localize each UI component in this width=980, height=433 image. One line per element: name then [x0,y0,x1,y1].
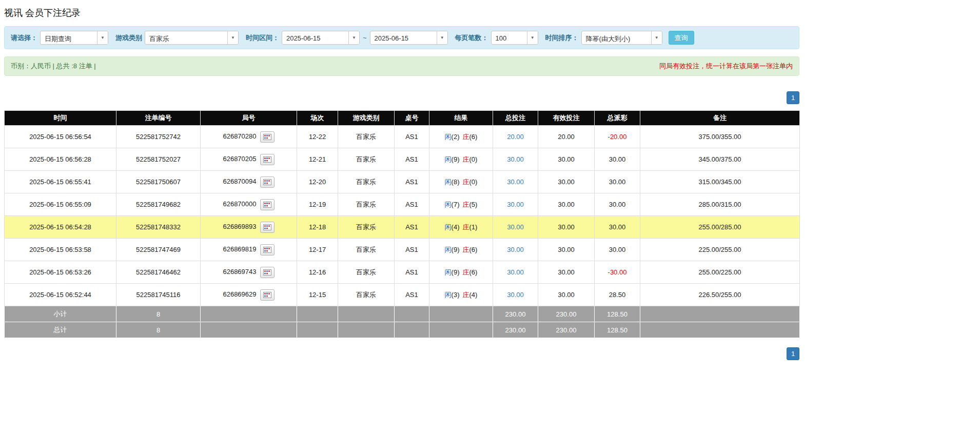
roadmap-icon [263,156,271,163]
payout-cell: 30.00 [595,216,640,239]
total-bet-link[interactable]: 30.00 [507,268,524,276]
banker-result-points: (6) [469,246,478,253]
chevron-down-icon[interactable]: ▼ [348,31,359,44]
page-size-select[interactable]: 100 ▼ [491,31,538,45]
betting-records-table: 时间注单编号局号场次游戏类别桌号结果总投注有效投注总派彩备注 2025-06-1… [4,110,800,338]
chevron-down-icon[interactable]: ▼ [227,31,238,44]
summary-empty-cell [395,322,429,338]
total-bet-link[interactable]: 30.00 [507,223,524,231]
game-type-select[interactable]: 百家乐 ▼ [145,31,239,45]
total-bet-link[interactable]: 30.00 [507,246,524,253]
total-row: 总计8230.00230.00128.50 [5,322,800,338]
player-result-points: (8) [452,178,460,186]
total-bet-cell: 30.00 [493,261,538,284]
summary-label: 总计 [5,322,116,338]
chevron-down-icon[interactable]: ▼ [651,31,662,44]
player-result-label: 闲 [445,178,452,186]
banker-result-points: (0) [469,178,478,186]
valid-bet-cell: 30.00 [538,148,595,171]
time-cell: 2025-06-15 06:56:54 [5,126,116,148]
total-bet-link[interactable]: 30.00 [507,178,524,186]
summary-label: 小计 [5,306,116,322]
round-detail-button[interactable] [260,289,275,301]
bet-id-cell: 522581747469 [116,239,201,261]
summary-valid-bet: 230.00 [538,306,595,322]
summary-empty-cell [201,322,297,338]
game-type-cell: 百家乐 [338,171,395,193]
round-detail-button[interactable] [260,176,275,188]
query-type-value: 日期查询 [41,31,97,44]
round-detail-button[interactable] [260,131,275,143]
bet-id-cell: 522581745116 [116,284,201,306]
round-cell: 626870094 [201,171,297,193]
summary-empty-cell [429,322,493,338]
player-result-label: 闲 [445,133,452,141]
page-button[interactable]: 1 [787,91,799,104]
game-type-cell: 百家乐 [338,148,395,171]
round-number: 626870000 [223,200,256,208]
time-cell: 2025-06-15 06:55:41 [5,171,116,193]
round-detail-button[interactable] [260,222,275,233]
payout-cell: 30.00 [595,148,640,171]
player-result-points: (3) [452,291,460,299]
page-button[interactable]: 1 [787,347,799,360]
payout-cell: -30.00 [595,261,640,284]
date-to-input[interactable]: 2025-06-15 ▼ [370,31,448,45]
roadmap-icon [263,292,271,298]
table-row: 2025-06-15 06:55:09522581749682626870000… [5,193,800,216]
table-no-cell: AS1 [395,216,429,239]
result-cell: 闲(3)庄(4) [429,284,493,306]
round-cell: 626870205 [201,148,297,171]
round-cell: 626869629 [201,284,297,306]
sort-order-select[interactable]: 降幂(由大到小) ▼ [581,31,662,45]
summary-bar: 币别：人民币 | 总共 :8 注单 | 同局有效投注，统一计算在该局第一张注单内 [4,56,799,76]
valid-bet-cell: 30.00 [538,171,595,193]
date-to-value: 2025-06-15 [370,31,437,44]
note-cell: 255.00/285.00 [640,216,800,239]
table-no-cell: AS1 [395,261,429,284]
page-size-label: 每页笔数： [455,33,488,43]
time-cell: 2025-06-15 06:53:58 [5,239,116,261]
chevron-down-icon[interactable]: ▼ [97,31,108,44]
result-cell: 闲(9)庄(6) [429,239,493,261]
player-result-points: (9) [452,268,460,276]
date-from-input[interactable]: 2025-06-15 ▼ [282,31,360,45]
session-cell: 12-15 [297,284,338,306]
query-type-select[interactable]: 日期查询 ▼ [40,31,108,45]
total-bet-cell: 30.00 [493,148,538,171]
round-detail-button[interactable] [260,199,275,210]
result-cell: 闲(9)庄(6) [429,261,493,284]
round-detail-button[interactable] [260,267,275,278]
player-result-label: 闲 [445,246,452,253]
table-no-cell: AS1 [395,148,429,171]
search-button[interactable]: 查询 [669,31,694,45]
round-number: 626869743 [223,268,256,275]
total-bet-cell: 20.00 [493,126,538,148]
result-cell: 闲(9)庄(0) [429,148,493,171]
chevron-down-icon[interactable]: ▼ [527,31,538,44]
player-result-label: 闲 [445,223,452,231]
payout-cell: -20.00 [595,126,640,148]
session-cell: 12-18 [297,216,338,239]
bet-id-cell: 522581748332 [116,216,201,239]
note-cell: 225.00/255.00 [640,239,800,261]
total-bet-link[interactable]: 30.00 [507,201,524,208]
page-size-value: 100 [492,31,527,44]
summary-count: 8 [116,306,201,322]
bet-id-cell: 522581749682 [116,193,201,216]
total-bet-link[interactable]: 30.00 [507,155,524,163]
round-number: 626869893 [223,223,256,230]
table-row: 2025-06-15 06:56:54522581752742626870280… [5,126,800,148]
banker-result-points: (6) [469,268,478,276]
total-bet-cell: 30.00 [493,239,538,261]
total-bet-link[interactable]: 20.00 [507,133,524,141]
chevron-down-icon[interactable]: ▼ [437,31,447,44]
table-row: 2025-06-15 06:53:26522581746462626869743… [5,261,800,284]
round-number: 626869629 [223,290,256,298]
total-bet-link[interactable]: 30.00 [507,291,524,299]
round-detail-button[interactable] [260,154,275,165]
banker-result-label: 庄 [463,178,469,186]
table-row: 2025-06-15 06:55:41522581750607626870094… [5,171,800,193]
time-cell: 2025-06-15 06:55:09 [5,193,116,216]
round-detail-button[interactable] [260,244,275,255]
